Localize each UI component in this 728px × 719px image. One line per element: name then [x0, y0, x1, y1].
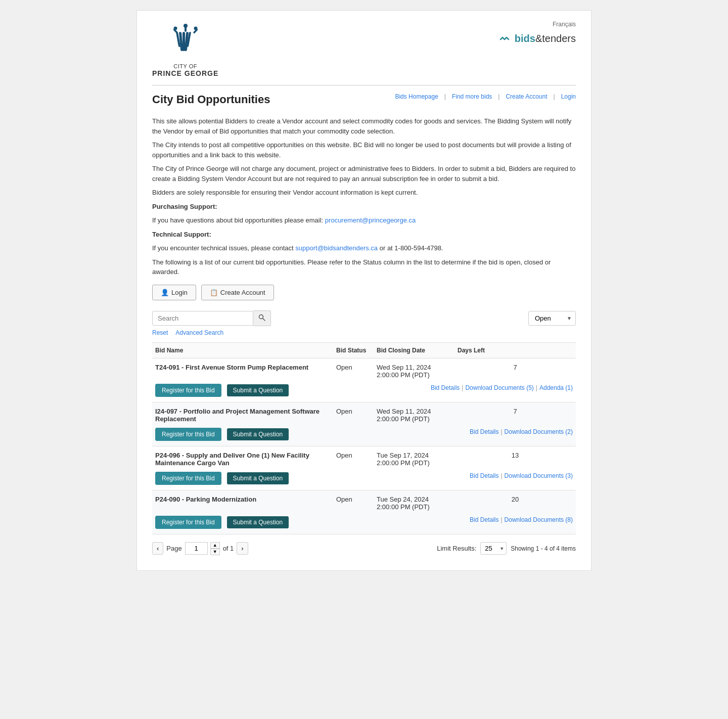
search-button[interactable]: [253, 310, 271, 326]
bid-name-cell: P24-096 - Supply and Deliver One (1) New…: [152, 446, 333, 470]
page-stepper: ▲ ▼: [210, 542, 220, 555]
table-row-actions: Register for this Bid Submit a Question …: [152, 426, 576, 446]
bid-days-cell: 7: [454, 358, 576, 382]
page-wrapper: CITY OF PRINCE GEORGE Français bids&tend…: [136, 10, 592, 571]
logo-area: CITY OF PRINCE GEORGE: [152, 21, 218, 77]
bid-days-cell: 13: [454, 446, 576, 470]
search-bar: Open Closed Awarded All ▼: [152, 310, 576, 326]
submit-question-button[interactable]: Submit a Question: [227, 516, 289, 528]
bid-name-link[interactable]: T24-091 - First Avenue Storm Pump Replac…: [155, 364, 308, 371]
pagination-left: ‹ Page ▲ ▼ of 1 ›: [152, 542, 248, 555]
action-buttons: 👤 Login 📋 Create Account: [152, 285, 576, 300]
addenda-link[interactable]: Addenda (1): [539, 384, 573, 391]
francais-link[interactable]: Français: [553, 21, 576, 28]
reset-link[interactable]: Reset: [152, 329, 168, 336]
bid-status-cell: Open: [333, 402, 374, 426]
register-bid-button[interactable]: Register for this Bid: [155, 384, 221, 397]
search-section: Open Closed Awarded All ▼ Reset Advanced…: [152, 310, 576, 336]
create-account-button[interactable]: 📋 Create Account: [201, 285, 274, 300]
limit-select[interactable]: 10 25 50 100: [480, 542, 507, 555]
bids-table: Bid Name Bid Status Bid Closing Date Day…: [152, 342, 576, 534]
col-days-left: Days Left: [454, 342, 576, 358]
info-p1: This site allows potential Bidders to cr…: [152, 116, 576, 136]
svg-line-12: [263, 318, 265, 321]
register-bid-button[interactable]: Register for this Bid: [155, 472, 221, 485]
logo-text: CITY OF PRINCE GEORGE: [152, 63, 218, 77]
table-row: P24-096 - Supply and Deliver One (1) New…: [152, 446, 576, 470]
technical-support-text: If you encounter technical issues, pleas…: [152, 243, 576, 253]
status-select-wrap: Open Closed Awarded All ▼: [528, 311, 576, 326]
bid-details-cell: Bid Details|Download Documents (8): [374, 514, 576, 534]
purchasing-email-link[interactable]: procurement@princegeorge.ca: [325, 216, 416, 224]
advanced-search-link[interactable]: Advanced Search: [175, 329, 223, 336]
bid-details-cell: Bid Details|Download Documents (5)|Adden…: [374, 382, 576, 402]
bid-closing-cell: Wed Sep 11, 2024 2:00:00 PM (PDT): [374, 358, 454, 382]
next-page-button[interactable]: ›: [237, 542, 248, 555]
col-bid-status: Bid Status: [333, 342, 374, 358]
submit-question-button[interactable]: Submit a Question: [227, 428, 289, 440]
page-input[interactable]: [185, 542, 208, 555]
page-up-button[interactable]: ▲: [210, 542, 220, 549]
page-title-row: City Bid Opportunities Bids Homepage | F…: [152, 93, 576, 110]
bid-name-cell: T24-091 - First Avenue Storm Pump Replac…: [152, 358, 333, 382]
register-bid-button[interactable]: Register for this Bid: [155, 428, 221, 441]
bid-name-cell: P24-090 - Parking Modernization: [152, 490, 333, 514]
table-row: T24-091 - First Avenue Storm Pump Replac…: [152, 358, 576, 382]
bid-closing-cell: Tue Sep 17, 2024 2:00:00 PM (PDT): [374, 446, 454, 470]
prev-page-button[interactable]: ‹: [152, 542, 163, 555]
city-logo-icon: [168, 21, 203, 61]
download-docs-link[interactable]: Download Documents (3): [505, 472, 573, 479]
bid-name-link[interactable]: P24-090 - Parking Modernization: [155, 496, 256, 503]
nav-create-account[interactable]: Create Account: [506, 93, 547, 105]
purchasing-support-text: If you have questions about bid opportun…: [152, 215, 576, 226]
header-right: Français bids&tenders: [499, 21, 576, 44]
bid-details-link[interactable]: Bid Details: [470, 472, 498, 479]
limit-select-wrap: 10 25 50 100 ▼: [480, 542, 507, 555]
bids-tenders-logo: bids&tenders: [499, 33, 576, 44]
login-button[interactable]: 👤 Login: [152, 285, 196, 300]
purchasing-support-label: Purchasing Support:: [152, 202, 576, 212]
bid-action-buttons-cell: Register for this Bid Submit a Question: [152, 426, 374, 446]
bid-details-link[interactable]: Bid Details: [431, 384, 460, 391]
pagination-right: Limit Results: 10 25 50 100 ▼ Showing 1 …: [437, 542, 576, 555]
status-select[interactable]: Open Closed Awarded All: [528, 311, 576, 326]
info-p5: The following is a list of our current b…: [152, 257, 576, 277]
table-row: P24-090 - Parking Modernization Open Tue…: [152, 490, 576, 514]
submit-question-button[interactable]: Submit a Question: [227, 472, 289, 484]
showing-text: Showing 1 - 4 of 4 items: [511, 545, 576, 552]
user-icon: 👤: [161, 289, 169, 296]
nav-find-more-bids[interactable]: Find more bids: [452, 93, 492, 105]
col-bid-name: Bid Name: [152, 342, 333, 358]
register-bid-button[interactable]: Register for this Bid: [155, 516, 221, 529]
bid-days-cell: 20: [454, 490, 576, 514]
bid-details-link[interactable]: Bid Details: [470, 428, 498, 435]
bid-name-link[interactable]: P24-096 - Supply and Deliver One (1) New…: [155, 452, 309, 467]
table-row-actions: Register for this Bid Submit a Question …: [152, 470, 576, 490]
bid-status-cell: Open: [333, 446, 374, 470]
search-icon: [258, 314, 265, 321]
bid-action-buttons-cell: Register for this Bid Submit a Question: [152, 514, 374, 534]
bid-details-cell: Bid Details|Download Documents (2): [374, 426, 576, 446]
nav-bids-homepage[interactable]: Bids Homepage: [395, 93, 438, 100]
submit-question-button[interactable]: Submit a Question: [227, 384, 289, 396]
bids-tenders-logo-icon: [499, 35, 510, 43]
download-docs-link[interactable]: Download Documents (5): [465, 384, 533, 391]
bid-name-link[interactable]: I24-097 - Portfolio and Project Manageme…: [155, 408, 320, 423]
page-down-button[interactable]: ▼: [210, 549, 220, 555]
bid-action-buttons-cell: Register for this Bid Submit a Question: [152, 470, 374, 490]
info-p2: The City intends to post all competitive…: [152, 140, 576, 160]
nav-login[interactable]: Login: [561, 93, 576, 105]
bid-closing-cell: Tue Sep 24, 2024 2:00:00 PM (PDT): [374, 490, 454, 514]
download-docs-link[interactable]: Download Documents (2): [505, 428, 573, 435]
download-docs-link[interactable]: Download Documents (8): [505, 516, 573, 523]
header: CITY OF PRINCE GEORGE Français bids&tend…: [152, 21, 576, 85]
pagination-row: ‹ Page ▲ ▼ of 1 › Limit Results: 10 25 5…: [152, 542, 576, 555]
limit-label: Limit Results:: [437, 545, 476, 552]
technical-email-link[interactable]: support@bidsandtenders.ca: [295, 244, 378, 252]
svg-rect-1: [185, 26, 187, 32]
bid-details-link[interactable]: Bid Details: [470, 516, 498, 523]
bid-name-cell: I24-097 - Portfolio and Project Manageme…: [152, 402, 333, 426]
search-input[interactable]: [152, 311, 253, 326]
col-closing-date: Bid Closing Date: [374, 342, 454, 358]
search-links: Reset Advanced Search: [152, 329, 576, 336]
